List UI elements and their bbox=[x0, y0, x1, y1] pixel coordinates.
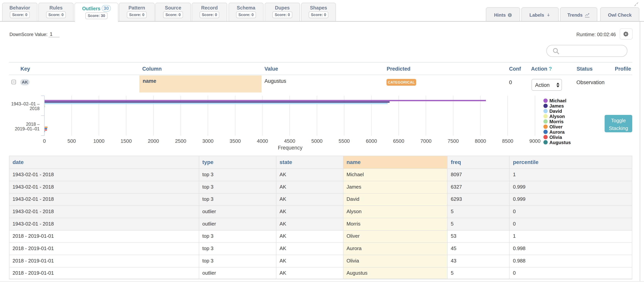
svg-text:1500: 1500 bbox=[121, 138, 132, 144]
svg-text:8000: 8000 bbox=[475, 138, 486, 144]
svg-text:Olivia: Olivia bbox=[550, 135, 562, 140]
svg-text:500: 500 bbox=[68, 138, 76, 144]
svg-text:3500: 3500 bbox=[230, 138, 241, 144]
svg-text:7000: 7000 bbox=[420, 138, 432, 144]
svg-text:1943–02–01 –: 1943–02–01 – bbox=[11, 101, 40, 106]
svg-text:3000: 3000 bbox=[202, 138, 214, 144]
svg-text:David: David bbox=[550, 108, 562, 114]
svg-text:James: James bbox=[550, 103, 564, 108]
svg-text:Aurora: Aurora bbox=[550, 129, 565, 135]
svg-text:5000: 5000 bbox=[312, 138, 322, 144]
svg-text:2000: 2000 bbox=[148, 138, 159, 144]
svg-text:0: 0 bbox=[43, 138, 46, 144]
svg-text:9000: 9000 bbox=[529, 138, 540, 144]
svg-text:Morris: Morris bbox=[550, 119, 564, 124]
svg-text:6500: 6500 bbox=[393, 138, 404, 144]
svg-text:2018 –: 2018 – bbox=[26, 122, 40, 127]
svg-text:Michael: Michael bbox=[550, 98, 566, 103]
svg-text:6000: 6000 bbox=[366, 138, 377, 144]
svg-text:Oliver: Oliver bbox=[550, 124, 562, 129]
svg-text:5500: 5500 bbox=[338, 138, 350, 144]
svg-text:2018: 2018 bbox=[30, 106, 40, 111]
svg-text:2500: 2500 bbox=[175, 138, 186, 144]
svg-text:Frequency: Frequency bbox=[278, 145, 302, 151]
svg-text:Augustus: Augustus bbox=[550, 140, 571, 145]
svg-text:8500: 8500 bbox=[502, 138, 513, 144]
svg-text:2019–01–01: 2019–01–01 bbox=[15, 126, 40, 131]
svg-text:1000: 1000 bbox=[93, 138, 104, 144]
svg-text:4500: 4500 bbox=[284, 138, 295, 144]
svg-text:4000: 4000 bbox=[257, 138, 268, 144]
svg-text:Alyson: Alyson bbox=[550, 114, 565, 119]
svg-text:7500: 7500 bbox=[448, 138, 459, 144]
